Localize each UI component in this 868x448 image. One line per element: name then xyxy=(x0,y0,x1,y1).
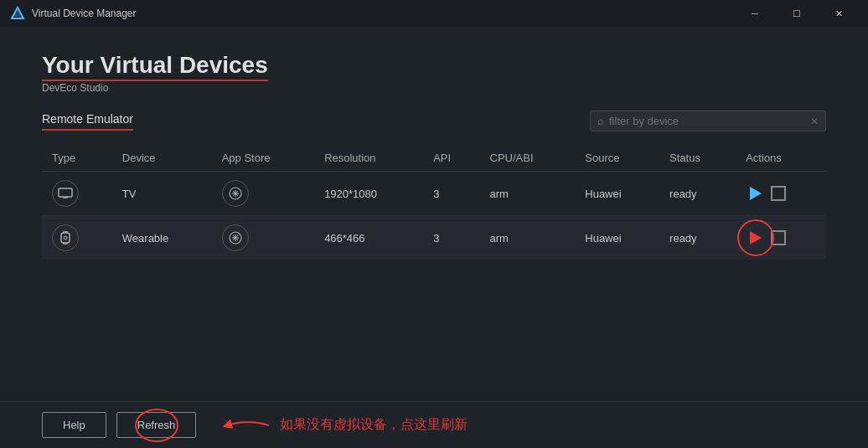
app-icon xyxy=(10,6,25,21)
play-triangle-tv xyxy=(750,187,762,200)
play-triangle-wearable xyxy=(750,231,762,245)
cell-resolution-wearable: 466*466 xyxy=(314,216,423,260)
page-title: Your Virtual Devices xyxy=(42,52,826,79)
titlebar: Virtual Device Manager ─ ☐ ✕ xyxy=(0,0,868,27)
tv-icon xyxy=(52,180,79,207)
col-actions: Actions xyxy=(736,145,826,172)
search-box: ⌕ ✕ xyxy=(590,111,826,131)
appstore-icon-tv xyxy=(222,180,249,207)
main-content: Your Virtual Devices DevEco Studio Remot… xyxy=(0,27,868,276)
window-controls: ─ ☐ ✕ xyxy=(736,0,858,27)
cell-device-wearable: Wearable xyxy=(112,216,212,260)
cell-appstore-tv xyxy=(212,172,314,216)
col-device: Device xyxy=(112,145,212,172)
action-btns-tv xyxy=(746,183,816,203)
search-input[interactable] xyxy=(609,115,810,127)
cell-status-wearable: ready xyxy=(659,216,736,260)
cell-actions-wearable xyxy=(736,216,826,260)
close-button[interactable]: ✕ xyxy=(819,0,858,27)
table-row: TV 1920*1080 3 arm Huawei xyxy=(42,172,826,216)
col-resolution: Resolution xyxy=(314,145,423,172)
annotation-arrow-icon xyxy=(223,415,273,435)
play-button-tv[interactable] xyxy=(746,183,766,203)
cell-status-tv: ready xyxy=(659,172,736,216)
device-table: Type Device App Store Resolution API CPU… xyxy=(42,145,826,260)
tab-row: Remote Emulator ⌕ ✕ xyxy=(42,111,826,131)
svg-point-11 xyxy=(64,236,67,239)
svg-rect-10 xyxy=(61,233,70,243)
col-cpu: CPU/ABI xyxy=(480,145,576,172)
restore-button[interactable]: ☐ xyxy=(778,0,816,27)
annotation-text: 如果没有虚拟设备，点这里刷新 xyxy=(280,416,468,434)
table-row: Wearable 466*466 3 arm Huaw xyxy=(42,216,826,260)
stop-button-wearable[interactable] xyxy=(771,230,786,245)
col-type: Type xyxy=(42,145,112,172)
svg-rect-2 xyxy=(59,188,72,197)
cell-device-tv: TV xyxy=(112,172,212,216)
help-button[interactable]: Help xyxy=(42,412,106,438)
col-appstore: App Store xyxy=(212,145,314,172)
annotation: 如果没有虚拟设备，点这里刷新 xyxy=(223,415,468,435)
tab-remote-emulator[interactable]: Remote Emulator xyxy=(42,112,133,131)
cell-cpu-tv: arm xyxy=(480,172,576,216)
cell-source-wearable: Huawei xyxy=(575,216,659,260)
minimize-button[interactable]: ─ xyxy=(736,0,774,27)
wearable-icon xyxy=(52,224,79,251)
cell-api-wearable: 3 xyxy=(423,216,479,260)
search-clear-icon[interactable]: ✕ xyxy=(810,116,819,127)
cell-type-wearable xyxy=(42,216,112,260)
cell-api-tv: 3 xyxy=(423,172,479,216)
cell-resolution-tv: 1920*1080 xyxy=(314,172,423,216)
window-title: Virtual Device Manager xyxy=(32,8,736,19)
cell-appstore-wearable xyxy=(212,216,314,260)
col-source: Source xyxy=(575,145,659,172)
cell-actions-tv xyxy=(736,172,826,216)
refresh-button[interactable]: Refresh xyxy=(116,412,197,438)
cell-source-tv: Huawei xyxy=(575,172,659,216)
stop-button-tv[interactable] xyxy=(771,186,786,201)
col-status: Status xyxy=(659,145,736,172)
action-btns-wearable xyxy=(746,228,816,248)
col-api: API xyxy=(423,145,479,172)
cell-cpu-wearable: arm xyxy=(480,216,576,260)
cell-type-tv xyxy=(42,172,112,216)
search-icon: ⌕ xyxy=(597,115,604,127)
bottom-bar: Help Refresh 如果没有虚拟设备，点这里刷新 xyxy=(0,401,868,448)
play-button-wearable[interactable] xyxy=(746,228,766,248)
appstore-icon-wearable xyxy=(222,224,249,251)
page-subtitle: DevEco Studio xyxy=(42,82,826,94)
